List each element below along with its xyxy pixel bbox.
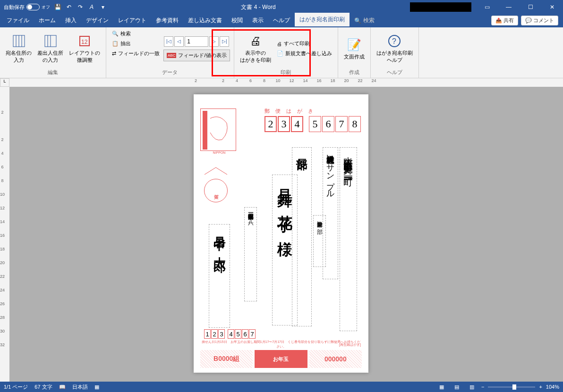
macro-icon[interactable]: ▦ bbox=[94, 384, 99, 390]
zoom-level[interactable]: 104% bbox=[546, 384, 559, 390]
group-help: ? はがき宛名印刷 ヘルプ ヘルプ bbox=[371, 27, 419, 78]
postal-digit[interactable]: 5 bbox=[309, 116, 321, 132]
read-mode-icon[interactable]: ▦ bbox=[436, 383, 447, 391]
first-record-button[interactable]: |◁ bbox=[164, 36, 173, 47]
sender-postal-digit[interactable]: 5 bbox=[235, 329, 241, 339]
svg-text:?: ? bbox=[392, 37, 396, 45]
recipient-address-button[interactable]: 宛名住所の 入力 bbox=[4, 29, 34, 68]
search-button[interactable]: 🔍検索 bbox=[110, 29, 162, 38]
sender-postal-digit[interactable]: 3 bbox=[218, 329, 225, 339]
next-record-button[interactable]: ▷ bbox=[209, 36, 219, 47]
qat-more-icon[interactable]: ▾ bbox=[99, 3, 107, 11]
horizontal-ruler[interactable]: 224681012141618202224 bbox=[9, 78, 563, 87]
font-icon[interactable]: A bbox=[88, 3, 95, 11]
tab-review[interactable]: 校閲 bbox=[227, 14, 247, 27]
recipient-name-field[interactable]: 見舞 花子 様 bbox=[272, 175, 298, 325]
sender-postal-code[interactable]: 1234567 bbox=[204, 329, 256, 339]
sender-postal-digit[interactable]: 1 bbox=[204, 329, 211, 339]
postal-digit[interactable]: 2 bbox=[264, 116, 277, 132]
ruler-corner: L bbox=[0, 78, 9, 87]
postal-digit[interactable]: 7 bbox=[335, 116, 348, 132]
hagaki-header-text: 郵便はがき bbox=[264, 108, 319, 115]
group-label-create: 作成 bbox=[342, 68, 367, 76]
account-redacted bbox=[410, 2, 471, 12]
extract-icon: 📋 bbox=[112, 41, 119, 47]
sender-postal-digit[interactable]: 6 bbox=[242, 329, 248, 339]
document-area[interactable]: 郵便はがき 2345678 NIPPON 年賀 大阪府大阪市暑中見舞い町一ー一ー… bbox=[9, 87, 563, 382]
postal-digit[interactable]: 6 bbox=[322, 116, 334, 132]
sender-name-field[interactable]: 暑中 太郎 bbox=[209, 224, 230, 328]
group-data: 🔍検索 📋抽出 ⇄フィールドの一致 |◁ ◁ ▷ ▷| ABCフィールド/値の表… bbox=[106, 27, 234, 78]
title-bar: 自動保存 オフ 💾 ↶ ↷ A ▾ 文書 4 - Word ▭ — ☐ ✕ bbox=[0, 0, 563, 14]
redo-icon[interactable]: ↷ bbox=[77, 3, 84, 11]
sender-address-field[interactable]: 東京都大田区暑中町二ー一 二ー八 bbox=[244, 207, 257, 301]
maximize-icon[interactable]: ☐ bbox=[520, 0, 541, 14]
print-layout-icon[interactable]: ▤ bbox=[451, 383, 462, 391]
minimize-icon[interactable]: — bbox=[498, 0, 520, 14]
sender-postal-digit[interactable]: 4 bbox=[228, 329, 234, 339]
field-match-button[interactable]: ⇄フィールドの一致 bbox=[110, 49, 162, 58]
page-status[interactable]: 1/1 ページ bbox=[4, 384, 28, 391]
extract-button[interactable]: 📋抽出 bbox=[110, 39, 162, 48]
nenga-mark: 年賀 bbox=[202, 165, 230, 203]
ribbon-tabs: ファイル ホーム 挿入 デザイン レイアウト 参考資料 差し込み文書 校閲 表示… bbox=[0, 14, 563, 27]
close-icon[interactable]: ✕ bbox=[541, 0, 563, 14]
layout-adjust-button[interactable]: 12 レイアウトの 微調整 bbox=[67, 29, 102, 68]
save-icon[interactable]: 💾 bbox=[54, 3, 61, 11]
lottery-text: 抽せん日1月15日 お年玉のお渡し期間1月17〜7月17日 くじ番号部分を切り取… bbox=[200, 340, 362, 349]
record-number-input[interactable] bbox=[185, 36, 208, 47]
postal-digit[interactable]: 3 bbox=[278, 116, 290, 132]
lottery-strip: B0000組 お年玉 000000 bbox=[200, 350, 362, 368]
language-status[interactable]: 日本語 bbox=[72, 384, 88, 391]
prev-record-button[interactable]: ◁ bbox=[174, 36, 184, 47]
postal-digit[interactable]: 8 bbox=[349, 116, 361, 132]
last-record-button[interactable]: ▷| bbox=[220, 36, 229, 47]
tab-file[interactable]: ファイル bbox=[2, 14, 34, 27]
recipient-icon bbox=[11, 33, 26, 49]
zoom-in-button[interactable]: + bbox=[539, 384, 542, 390]
proofing-icon[interactable]: 📖 bbox=[59, 384, 66, 390]
group-print: 🖨 表示中の はがきを印刷 🖨すべて印刷 📄新規文書へ差し込み 印刷 bbox=[234, 27, 338, 78]
group-label-data: データ bbox=[110, 68, 230, 76]
group-label-edit: 編集 bbox=[4, 68, 102, 76]
print-current-button[interactable]: 🖨 表示中の はがきを印刷 bbox=[238, 29, 273, 68]
tab-design[interactable]: デザイン bbox=[81, 14, 113, 27]
search-box[interactable]: 🔍 検索 bbox=[350, 14, 379, 27]
tab-references[interactable]: 参考資料 bbox=[151, 14, 183, 27]
zoom-out-button[interactable]: − bbox=[481, 384, 484, 390]
ribbon-options-icon[interactable]: ▭ bbox=[476, 0, 498, 14]
zoom-slider[interactable] bbox=[488, 386, 535, 388]
tab-hagaki[interactable]: はがき宛名面印刷 bbox=[295, 13, 350, 27]
sender-postal-digit[interactable]: 2 bbox=[211, 329, 218, 339]
merge-new-button[interactable]: 📄新規文書へ差し込み bbox=[275, 49, 334, 58]
sender-postal-digit[interactable]: 7 bbox=[249, 329, 256, 339]
vertical-ruler[interactable]: 22468101214161820222426283032 bbox=[0, 87, 9, 382]
hagaki-help-button[interactable]: ? はがき宛名印刷 ヘルプ bbox=[375, 29, 415, 68]
field-display-button[interactable]: ABCフィールド/値の表示 bbox=[163, 50, 230, 61]
create-text-button[interactable]: 📝 文面作成 bbox=[342, 29, 367, 68]
sender-area: 東京都大田区暑中町二ー一 二ー八 暑中 太郎 1234567 bbox=[200, 205, 259, 335]
tab-layout[interactable]: レイアウト bbox=[113, 14, 151, 27]
status-bar: 1/1 ページ 67 文字 📖 日本語 ▦ ▦ ▤ ▥ − + 104% bbox=[0, 382, 563, 392]
print-all-button[interactable]: 🖨すべて印刷 bbox=[275, 39, 334, 48]
tab-home[interactable]: ホーム bbox=[34, 14, 60, 27]
recipient-postal-code[interactable]: 2345678 bbox=[264, 116, 361, 132]
stamp-image bbox=[200, 108, 236, 151]
tab-insert[interactable]: 挿入 bbox=[60, 14, 81, 27]
tab-help[interactable]: ヘルプ bbox=[268, 14, 295, 27]
group-edit: 宛名住所の 入力 差出人住所 の入力 12 レイアウトの 微調整 編集 bbox=[0, 27, 106, 78]
lottery-left: B0000組 bbox=[200, 350, 253, 368]
tab-view[interactable]: 表示 bbox=[247, 14, 268, 27]
web-layout-icon[interactable]: ▥ bbox=[466, 383, 478, 391]
help-icon: ? bbox=[387, 33, 402, 49]
department-field[interactable]: 暑中見舞い部 bbox=[313, 215, 326, 267]
comment-button[interactable]: 💬コメント bbox=[521, 16, 558, 25]
sender-address-button[interactable]: 差出人住所 の入力 bbox=[35, 29, 65, 68]
recipient-address-field[interactable]: 大阪府大阪市暑中見舞い町一ー一ー一 bbox=[340, 147, 357, 331]
share-button[interactable]: 📤共有 bbox=[491, 16, 518, 25]
postal-digit[interactable]: 4 bbox=[291, 116, 303, 132]
autosave-toggle[interactable]: 自動保存 オフ bbox=[4, 4, 50, 11]
word-count[interactable]: 67 文字 bbox=[34, 384, 52, 391]
tab-mailings[interactable]: 差し込み文書 bbox=[183, 14, 227, 27]
undo-icon[interactable]: ↶ bbox=[65, 3, 73, 11]
